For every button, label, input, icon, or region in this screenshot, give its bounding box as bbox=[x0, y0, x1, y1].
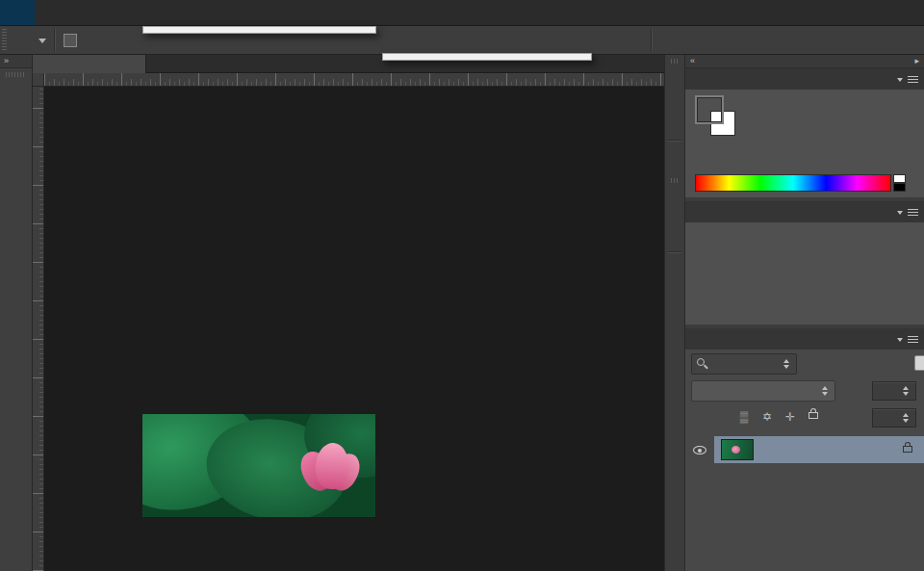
opacity-value[interactable] bbox=[872, 381, 916, 401]
document-image[interactable] bbox=[142, 414, 375, 517]
dock-grip[interactable] bbox=[671, 59, 679, 64]
auto-select-checkbox[interactable] bbox=[64, 34, 77, 47]
horizontal-ruler bbox=[44, 73, 664, 87]
updown-caret-icon bbox=[902, 413, 911, 423]
color-panel-tabs bbox=[685, 68, 924, 90]
divider bbox=[651, 29, 652, 51]
panel-menu-icon[interactable] bbox=[897, 75, 918, 84]
color-spectrum-ramp[interactable] bbox=[695, 174, 891, 192]
right-dock: « ▸ bbox=[664, 55, 924, 571]
layer-row[interactable] bbox=[685, 436, 924, 463]
layer-visibility-eye-icon[interactable] bbox=[693, 446, 706, 454]
options-bar bbox=[0, 26, 924, 55]
lotus-flower bbox=[296, 441, 370, 514]
divider bbox=[668, 251, 681, 252]
menu-bar bbox=[0, 0, 924, 26]
blend-mode-select[interactable] bbox=[691, 380, 835, 402]
image-menu-dropdown bbox=[142, 26, 376, 34]
color-panel bbox=[685, 68, 924, 197]
layer-thumbnail[interactable] bbox=[721, 439, 754, 460]
adjustments-submenu bbox=[382, 53, 592, 61]
updown-caret-icon bbox=[783, 359, 791, 369]
move-tool-icon bbox=[12, 31, 31, 50]
white-swatch[interactable] bbox=[893, 174, 906, 183]
layer-locked-icon bbox=[903, 446, 912, 453]
panel-menu-icon[interactable] bbox=[897, 335, 918, 344]
updown-caret-icon bbox=[902, 386, 911, 396]
document-tab[interactable] bbox=[33, 55, 146, 73]
photoshop-logo bbox=[0, 0, 35, 25]
dock-grip[interactable] bbox=[671, 178, 679, 183]
layers-panel-bottom-buttons[interactable] bbox=[685, 563, 924, 571]
layer-filter-type-select[interactable] bbox=[691, 353, 797, 375]
collapsed-panels-strip bbox=[664, 55, 685, 571]
divider bbox=[54, 29, 55, 51]
panel-menu-icon[interactable] bbox=[897, 208, 918, 217]
tool-preset-caret-icon[interactable] bbox=[38, 39, 46, 43]
lock-transparency-icon[interactable]: ▒ bbox=[735, 408, 753, 426]
canvas-area[interactable] bbox=[44, 87, 664, 571]
collapse-panels-icon[interactable]: « bbox=[690, 55, 695, 67]
layers-panel: ▒ ✡ ✛ bbox=[685, 328, 924, 571]
updown-caret-icon bbox=[821, 386, 830, 396]
foreground-color-swatch[interactable] bbox=[697, 97, 722, 122]
vertical-ruler bbox=[33, 87, 44, 571]
black-swatch[interactable] bbox=[893, 183, 906, 192]
layer-filter-toggle[interactable] bbox=[914, 355, 924, 371]
panel-dock-header: « ▸ bbox=[685, 55, 924, 68]
adjustments-panel-tabs bbox=[685, 201, 924, 222]
panel-dock: « ▸ bbox=[685, 55, 924, 571]
lock-paint-icon[interactable]: ✡ bbox=[758, 408, 776, 426]
photoshop-window: » « ▸ bbox=[0, 0, 924, 571]
lock-position-icon[interactable]: ✛ bbox=[782, 408, 799, 426]
search-icon bbox=[697, 358, 705, 366]
tools-dock-grip[interactable] bbox=[6, 72, 26, 77]
adjustments-panel bbox=[685, 201, 924, 324]
expand-panels-icon[interactable]: ▸ bbox=[914, 55, 919, 67]
lock-all-icon[interactable] bbox=[808, 412, 818, 419]
fill-value[interactable] bbox=[872, 408, 916, 428]
layers-panel-tabs bbox=[685, 328, 924, 350]
options-bar-grip[interactable] bbox=[2, 29, 7, 51]
tools-dock: » bbox=[0, 55, 33, 571]
divider bbox=[668, 140, 681, 141]
collapse-tools-icon[interactable]: » bbox=[0, 55, 32, 68]
ruler-corner bbox=[33, 73, 44, 87]
